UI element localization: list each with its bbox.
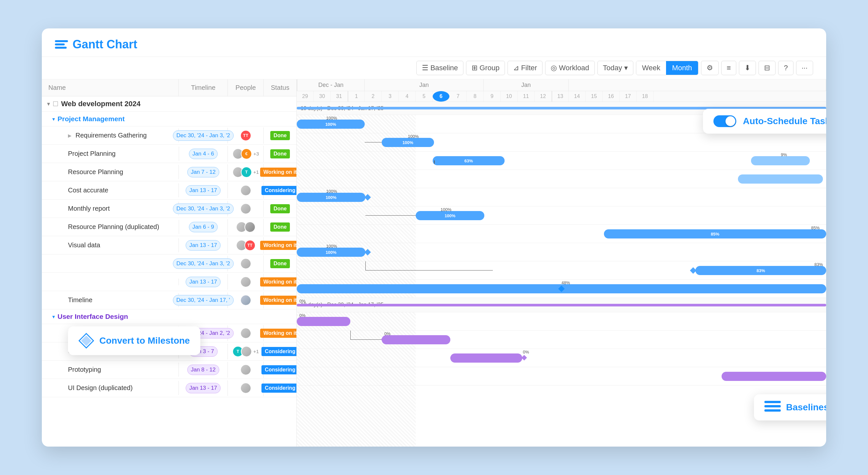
download-button[interactable]: ⬇ [739,61,756,75]
avatar-group [240,258,251,269]
month-button[interactable]: Month [666,61,698,75]
gantt-bar-purple[interactable] [450,353,522,362]
gantt-bar[interactable]: 100% [297,193,365,202]
day-cell: 10 [501,91,518,102]
day-cell: 7 [450,91,467,102]
collapse-caret[interactable]: ▾ [47,100,50,107]
more-button[interactable]: ··· [796,61,813,75]
day-cell: 1 [348,91,365,102]
table-row: Jan 13 - 17 Working on it [42,273,297,291]
task-timeline: Jan 13 - 17 [179,238,228,253]
day-cell: 9 [484,91,501,102]
gantt-bar[interactable]: 83% [695,266,826,275]
workload-icon: ◎ [551,64,557,72]
gantt-bar[interactable] [738,175,823,184]
task-people [228,292,264,308]
avatar [241,346,252,357]
milestone-marker [364,194,371,200]
section-caret-pm[interactable]: ▾ [52,116,55,122]
settings-button[interactable]: ⚙ [701,61,719,75]
gantt-panel: Dec - Jan Jan Jan 29 30 31 1 2 3 4 5 6 7 [297,80,826,447]
help-button[interactable]: ? [778,61,793,75]
task-people: TT [228,237,264,254]
table-row: ▶ Requirements Gathering Dec 30, '24 - J… [42,126,297,145]
avatar: T [241,167,252,178]
group-icon: ⊞ [472,64,477,72]
percent-top: 100% [326,189,337,194]
avatar [240,203,251,214]
gantt-row: 48% [297,280,826,298]
task-status: Done [264,147,297,161]
gantt-row: 100% 100% [297,133,826,152]
section-header-ui: ▾ User Interface Design [42,309,297,324]
day-cell: 17 [620,91,637,102]
gantt-body: 19 day(s) • Dec 30, '24 - Jan 17, '25 10… [297,102,826,447]
table-row: Prototyping Jan 8 - 12 Considering [42,361,297,379]
task-status: Considering [264,381,297,395]
gantt-bar[interactable]: 100% [297,120,365,129]
task-status: Working on it [264,326,297,340]
task-status: Considering [264,362,297,377]
day-cell: 2 [365,91,382,102]
app-title: Gantt Chart [72,38,137,51]
task-people [228,325,264,341]
percent-top: 100% [326,244,337,249]
baseline-icon: ☰ [422,64,429,72]
task-people [228,200,264,217]
month-cell: Jan [365,80,484,91]
task-people: T +1 [228,343,264,360]
auto-schedule-toggle[interactable] [713,115,736,127]
group-button[interactable]: ⊞ Group [466,61,505,75]
gantt-bar[interactable]: 85% [604,229,826,239]
gantt-header: Dec - Jan Jan Jan 29 30 31 1 2 3 4 5 6 7 [297,80,826,102]
task-status: Done [264,201,297,216]
filter-icon: ⊿ [513,64,519,72]
task-timeline: Dec 30, '24 - Jan 17, ' [179,292,228,308]
avatar [244,221,255,232]
gantt-bar[interactable]: 100% [416,211,484,220]
workload-button[interactable]: ◎ Workload [545,61,595,75]
expand-icon[interactable]: ▶ [68,133,71,138]
avatar [240,383,251,394]
task-people [228,255,264,272]
today-button[interactable]: Today ▾ [597,61,633,75]
gantt-months-row: Dec - Jan Jan Jan [297,80,826,91]
week-button[interactable]: Week [636,61,666,75]
app-container: Gantt Chart ☰ Baseline ⊞ Group ⊿ Filter … [42,28,826,447]
task-timeline: Dec 30, '24 - Jan 3, '2 [179,128,228,144]
left-panel: Name Timeline People Status ▾ ☐ Web deve… [42,80,297,447]
gantt-bar-purple[interactable] [382,335,450,344]
task-name: Resource Planning [42,165,179,179]
avatar [240,258,251,269]
task-name: Monthly report [42,201,179,216]
task-name: Visual data [42,238,179,252]
columns-button[interactable]: ⊟ [758,61,776,75]
table-row: Project Planning Jan 4 - 6 € +3 Done [42,145,297,163]
gantt-row: 85% 85% [297,225,826,243]
day-cell: 31 [331,91,348,102]
baseline-button[interactable]: ☰ Baseline [416,61,463,75]
gantt-row: 0% [297,349,826,367]
gantt-bar-purple[interactable] [721,372,826,381]
percent-top: 100% [408,134,418,139]
day-cell: 3 [382,91,399,102]
task-status: Working on it [264,165,297,179]
gantt-bar[interactable]: 100% [297,248,365,257]
gantt-bar[interactable]: 63% [433,156,504,165]
convert-label: Convert to Milestone [99,336,190,346]
avatar-group [240,185,251,196]
filter-button[interactable]: ⊿ Filter [507,61,542,75]
gantt-bar-purple[interactable] [297,317,350,326]
list-button[interactable]: ≡ [721,61,737,75]
percent-top: 0% [384,331,391,336]
table-row: Cost accurate Jan 13 - 17 Considering [42,181,297,200]
baselines-label: Baselines [786,402,826,413]
task-timeline: Jan 13 - 17 [179,380,228,396]
gantt-bar[interactable]: 100% [382,138,434,147]
table-row: UI Design (duplicated) Jan 13 - 17 Consi… [42,379,297,397]
avatar: € [241,148,252,159]
day-cell: 15 [586,91,602,102]
task-people: T +1 [228,164,264,180]
section-name-ui: User Interface Design [58,313,128,320]
section-caret-ui[interactable]: ▾ [52,314,55,320]
